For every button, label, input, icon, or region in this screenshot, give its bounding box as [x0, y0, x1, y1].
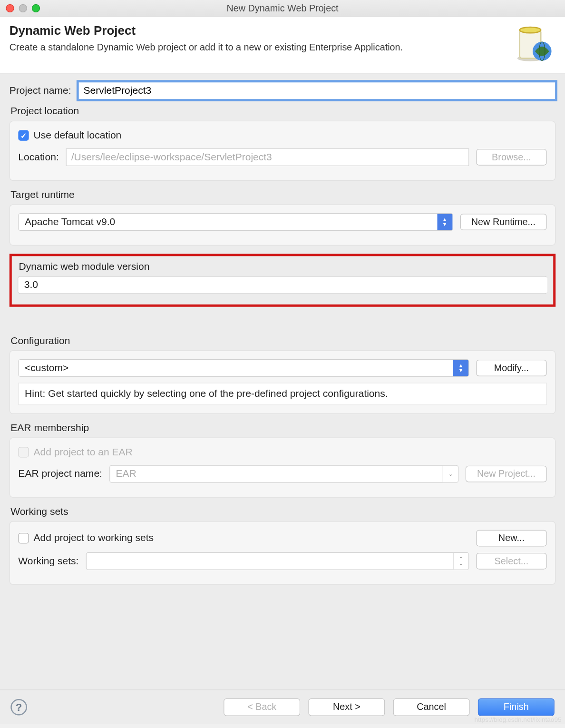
- chevron-updown-icon: ▲▼: [453, 360, 468, 376]
- new-runtime-button[interactable]: New Runtime...: [460, 214, 546, 230]
- target-runtime-title: Target runtime: [10, 189, 555, 201]
- use-default-location-label: Use default location: [34, 129, 122, 141]
- cancel-button[interactable]: Cancel: [393, 698, 470, 716]
- add-to-working-sets-checkbox[interactable]: [18, 533, 29, 543]
- finish-button[interactable]: Finish: [478, 698, 555, 716]
- chevron-updown-icon: ▲▼: [437, 214, 452, 230]
- page-subtitle: Create a standalone Dynamic Web project …: [10, 42, 403, 53]
- highlight-annotation: Dynamic web module version 3.0: [10, 254, 555, 306]
- browse-button: Browse...: [476, 149, 547, 166]
- target-runtime-select[interactable]: Apache Tomcat v9.0 ▲▼: [18, 213, 453, 231]
- configuration-hint: Hint: Get started quickly by selecting o…: [18, 383, 546, 405]
- next-button[interactable]: Next >: [308, 698, 385, 716]
- help-icon[interactable]: ?: [10, 699, 27, 716]
- chevron-down-icon: ⌄: [443, 466, 458, 482]
- project-name-input[interactable]: [78, 82, 555, 99]
- new-working-set-button[interactable]: New...: [476, 530, 547, 547]
- select-working-set-button: Select...: [476, 553, 547, 570]
- add-to-ear-checkbox[interactable]: [18, 447, 29, 457]
- watermark: https://blog.csdn.net/lixintao95: [474, 716, 561, 723]
- add-to-working-sets-label: Add project to working sets: [34, 532, 154, 544]
- web-module-title: Dynamic web module version: [19, 261, 547, 273]
- location-input: /Users/lee/eclipse-workspace/ServletProj…: [66, 148, 469, 166]
- configuration-title: Configuration: [10, 335, 555, 347]
- project-name-label: Project name:: [10, 85, 71, 97]
- target-runtime-group: Apache Tomcat v9.0 ▲▼ New Runtime...: [10, 204, 555, 246]
- wizard-banner-icon: [513, 24, 555, 66]
- project-location-group: Use default location Location: /Users/le…: [10, 121, 555, 181]
- project-location-title: Project location: [10, 106, 555, 118]
- dialog-window: New Dynamic Web Project Dynamic Web Proj…: [0, 0, 565, 724]
- add-to-ear-label: Add project to an EAR: [34, 446, 133, 458]
- chevron-updown-icon: ⌃⌄: [453, 553, 468, 570]
- page-title: Dynamic Web Project: [10, 24, 403, 38]
- svg-point-2: [520, 27, 541, 33]
- window-title: New Dynamic Web Project: [0, 3, 565, 13]
- working-sets-group: Add project to working sets New... Worki…: [10, 521, 555, 585]
- ear-group: Add project to an EAR EAR project name: …: [10, 437, 555, 497]
- ear-project-name-label: EAR project name:: [18, 468, 102, 480]
- dialog-header: Dynamic Web Project Create a standalone …: [0, 17, 565, 74]
- titlebar: New Dynamic Web Project: [0, 0, 565, 17]
- dialog-content: Project name: Project location Use defau…: [0, 74, 565, 689]
- use-default-location-checkbox[interactable]: [18, 130, 29, 140]
- web-module-select-partial[interactable]: 3.0: [18, 276, 547, 294]
- working-sets-select: ⌃⌄: [86, 552, 469, 570]
- modify-button[interactable]: Modify...: [476, 360, 547, 376]
- working-sets-label: Working sets:: [18, 555, 78, 567]
- working-sets-title: Working sets: [10, 506, 555, 518]
- location-label: Location:: [18, 151, 58, 163]
- ear-title: EAR membership: [10, 422, 555, 434]
- back-button: < Back: [224, 698, 300, 716]
- configuration-select[interactable]: <custom> ▲▼: [18, 359, 469, 377]
- ear-project-name-select: EAR ⌄: [109, 465, 459, 483]
- configuration-group: <custom> ▲▼ Modify... Hint: Get started …: [10, 350, 555, 414]
- new-ear-project-button: New Project...: [466, 466, 546, 482]
